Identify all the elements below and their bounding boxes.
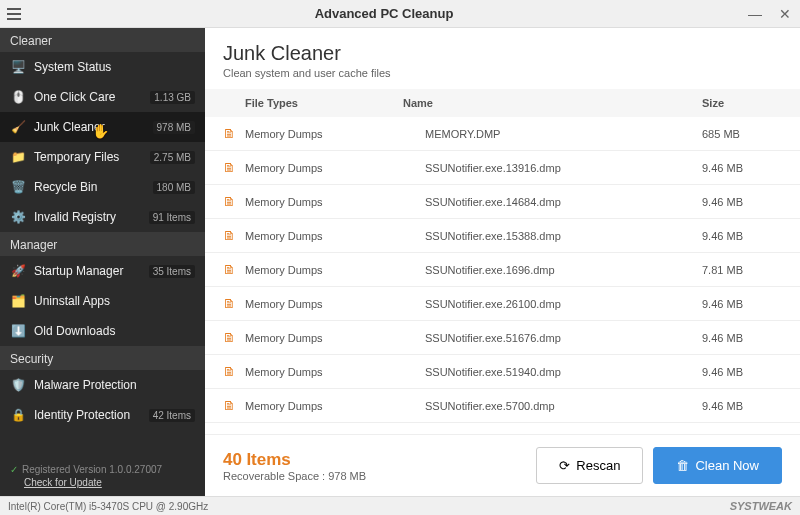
sidebar-item-badge: 180 MB xyxy=(153,181,195,194)
cell-size: 9.46 MB xyxy=(702,230,782,242)
table-row[interactable]: 🗎Memory DumpsSSUNotifier.exe.51940.dmp9.… xyxy=(205,355,800,389)
sidebar-item-label: Temporary Files xyxy=(34,150,142,164)
sidebar: Cleaner 🖥️System Status🖱️One Click Care1… xyxy=(0,28,205,496)
cell-name: SSUNotifier.exe.13916.dmp xyxy=(425,162,702,174)
section-manager: Manager xyxy=(0,232,205,256)
file-icon: 🗎 xyxy=(223,296,245,311)
sidebar-footer: ✓Registered Version 1.0.0.27007 Check fo… xyxy=(0,456,205,496)
file-icon: 🗎 xyxy=(223,194,245,209)
file-icon: 🗎 xyxy=(223,160,245,175)
table-body[interactable]: 🗎Memory DumpsMEMORY.DMP685 MB🗎Memory Dum… xyxy=(205,117,800,434)
table-row[interactable]: 🗎Memory DumpsSSUNotifier.exe.13916.dmp9.… xyxy=(205,151,800,185)
table-row[interactable]: 🗎Memory DumpsSSUNotifier.exe.5700.dmp9.4… xyxy=(205,389,800,423)
close-button[interactable]: ✕ xyxy=(770,6,800,22)
main-panel: Junk Cleaner Clean system and user cache… xyxy=(205,28,800,496)
recoverable-space: Recoverable Space : 978 MB xyxy=(223,470,526,482)
cell-size: 9.46 MB xyxy=(702,400,782,412)
junk-cleaner-icon: 🧹 xyxy=(10,119,26,135)
sidebar-item-badge: 42 Items xyxy=(149,409,195,422)
invalid-registry-icon: ⚙️ xyxy=(10,209,26,225)
one-click-care-icon: 🖱️ xyxy=(10,89,26,105)
cell-name: SSUNotifier.exe.5700.dmp xyxy=(425,400,702,412)
startup-manager-icon: 🚀 xyxy=(10,263,26,279)
temporary-files-icon: 📁 xyxy=(10,149,26,165)
cell-name: SSUNotifier.exe.14684.dmp xyxy=(425,196,702,208)
sidebar-item-label: Invalid Registry xyxy=(34,210,141,224)
table-row[interactable]: 🗎Memory DumpsSSUNotifier.exe.1696.dmp7.8… xyxy=(205,253,800,287)
sidebar-item-label: Junk Cleaner xyxy=(34,120,145,134)
malware-protection-icon: 🛡️ xyxy=(10,377,26,393)
table-row[interactable]: 🗎Memory DumpsSSUNotifier.exe.15388.dmp9.… xyxy=(205,219,800,253)
sidebar-item-one-click-care[interactable]: 🖱️One Click Care1.13 GB xyxy=(0,82,205,112)
cell-type: Memory Dumps xyxy=(245,230,425,242)
sidebar-item-system-status[interactable]: 🖥️System Status xyxy=(0,52,205,82)
file-icon: 🗎 xyxy=(223,228,245,243)
sidebar-item-junk-cleaner[interactable]: 🧹Junk Cleaner978 MB xyxy=(0,112,205,142)
sidebar-item-malware-protection[interactable]: 🛡️Malware Protection xyxy=(0,370,205,400)
table-row[interactable]: 🗎Memory DumpsSSUNotifier.exe.6132.dmp9.4… xyxy=(205,423,800,434)
sidebar-item-startup-manager[interactable]: 🚀Startup Manager35 Items xyxy=(0,256,205,286)
col-file-types: File Types xyxy=(223,97,403,109)
footer-bar: 40 Items Recoverable Space : 978 MB ⟳ Re… xyxy=(205,434,800,496)
sidebar-item-recycle-bin[interactable]: 🗑️Recycle Bin180 MB xyxy=(0,172,205,202)
cell-size: 685 MB xyxy=(702,128,782,140)
title-bar: Advanced PC Cleanup — ✕ xyxy=(0,0,800,28)
cell-size: 9.46 MB xyxy=(702,332,782,344)
table-row[interactable]: 🗎Memory DumpsMEMORY.DMP685 MB xyxy=(205,117,800,151)
table-header: File Types Name Size xyxy=(205,89,800,117)
cell-size: 7.81 MB xyxy=(702,264,782,276)
sidebar-item-label: Startup Manager xyxy=(34,264,141,278)
cell-type: Memory Dumps xyxy=(245,196,425,208)
sidebar-item-identity-protection[interactable]: 🔒Identity Protection42 Items xyxy=(0,400,205,430)
items-summary: 40 Items xyxy=(223,450,526,470)
cell-name: SSUNotifier.exe.26100.dmp xyxy=(425,298,702,310)
sidebar-item-label: Old Downloads xyxy=(34,324,195,338)
table-row[interactable]: 🗎Memory DumpsSSUNotifier.exe.51676.dmp9.… xyxy=(205,321,800,355)
sidebar-item-uninstall-apps[interactable]: 🗂️Uninstall Apps xyxy=(0,286,205,316)
section-cleaner: Cleaner xyxy=(0,28,205,52)
sidebar-item-badge: 1.13 GB xyxy=(150,91,195,104)
sidebar-item-label: Recycle Bin xyxy=(34,180,145,194)
cell-type: Memory Dumps xyxy=(245,298,425,310)
sidebar-item-label: System Status xyxy=(34,60,195,74)
cpu-info: Intel(R) Core(TM) i5-3470S CPU @ 2.90GHz xyxy=(8,501,208,512)
cell-name: SSUNotifier.exe.51676.dmp xyxy=(425,332,702,344)
file-icon: 🗎 xyxy=(223,126,245,141)
cell-type: Memory Dumps xyxy=(245,332,425,344)
cell-size: 9.46 MB xyxy=(702,196,782,208)
table-row[interactable]: 🗎Memory DumpsSSUNotifier.exe.26100.dmp9.… xyxy=(205,287,800,321)
sidebar-item-invalid-registry[interactable]: ⚙️Invalid Registry91 Items xyxy=(0,202,205,232)
sidebar-item-badge: 91 Items xyxy=(149,211,195,224)
trash-icon: 🗑 xyxy=(676,458,689,473)
file-icon: 🗎 xyxy=(223,398,245,413)
sidebar-item-label: Malware Protection xyxy=(34,378,195,392)
sidebar-item-label: Identity Protection xyxy=(34,408,141,422)
page-subtitle: Clean system and user cache files xyxy=(223,67,782,79)
file-icon: 🗎 xyxy=(223,330,245,345)
minimize-button[interactable]: — xyxy=(740,6,770,22)
items-label: Items xyxy=(246,450,290,469)
cell-name: SSUNotifier.exe.51940.dmp xyxy=(425,366,702,378)
sidebar-item-label: One Click Care xyxy=(34,90,142,104)
cell-type: Memory Dumps xyxy=(245,162,425,174)
file-icon: 🗎 xyxy=(223,262,245,277)
table-row[interactable]: 🗎Memory DumpsSSUNotifier.exe.14684.dmp9.… xyxy=(205,185,800,219)
sidebar-item-temporary-files[interactable]: 📁Temporary Files2.75 MB xyxy=(0,142,205,172)
cell-name: SSUNotifier.exe.1696.dmp xyxy=(425,264,702,276)
clean-now-button[interactable]: 🗑 Clean Now xyxy=(653,447,782,484)
page-title: Junk Cleaner xyxy=(223,42,782,65)
rescan-button[interactable]: ⟳ Rescan xyxy=(536,447,643,484)
identity-protection-icon: 🔒 xyxy=(10,407,26,423)
sidebar-item-old-downloads[interactable]: ⬇️Old Downloads xyxy=(0,316,205,346)
cell-type: Memory Dumps xyxy=(245,264,425,276)
items-count: 40 xyxy=(223,450,242,469)
window-title: Advanced PC Cleanup xyxy=(28,6,740,21)
col-size: Size xyxy=(702,97,782,109)
check-update-link[interactable]: Check for Update xyxy=(24,477,195,488)
brand-logo: SYSTWEAK xyxy=(730,500,792,512)
cell-type: Memory Dumps xyxy=(245,128,425,140)
col-name: Name xyxy=(403,97,702,109)
system-status-icon: 🖥️ xyxy=(10,59,26,75)
menu-icon[interactable] xyxy=(0,8,28,20)
sidebar-item-badge: 35 Items xyxy=(149,265,195,278)
